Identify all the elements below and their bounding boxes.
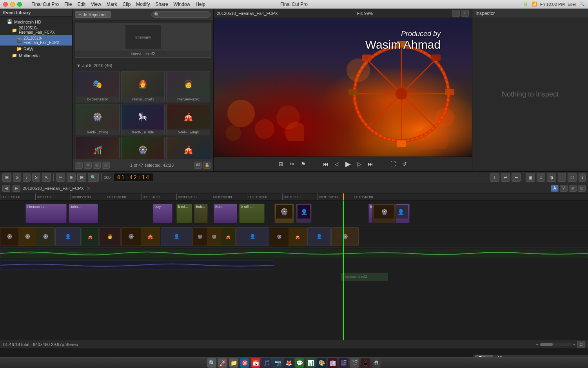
skimming-button[interactable]: S [13, 173, 21, 182]
hide-rejected-button[interactable]: Hide Rejected : [75, 11, 111, 18]
clip-thumb-ride[interactable]: 🎠 b-roll-...n_ride [121, 104, 165, 135]
solo-button[interactable]: S [32, 173, 40, 182]
zoom-tl-button[interactable]: 🔍 [88, 173, 99, 182]
viewer-btn-fullscreen[interactable]: ⛶ [389, 160, 397, 168]
trim-start-button[interactable]: ⊤ [490, 173, 499, 182]
range-button[interactable]: ⊟ [77, 173, 86, 182]
filter-button[interactable]: 🔒 [203, 162, 211, 169]
menu-edit[interactable]: Edit [77, 2, 85, 7]
timeline-tracks[interactable]: Fireman's r... John... Izzy... b-rol... [0, 200, 588, 340]
tl-close-icon[interactable]: ✕ [86, 185, 91, 191]
zoom-fit-btn[interactable]: ⊡ [577, 341, 585, 348]
dock-icon-rocket[interactable]: 🚀 [218, 358, 227, 368]
tl-fwd-btn[interactable]: ▶ [13, 185, 20, 192]
tl-view-btn1[interactable]: A [551, 185, 559, 192]
clip-broll-3[interactable]: b-roll-... [239, 204, 265, 223]
main-clip-2[interactable]: 🎪 [81, 227, 99, 246]
library-item-project[interactable]: 📁 20120510-Fireman_Fair_FCPX [0, 25, 72, 35]
audio-mix-btn[interactable]: ♫ [537, 173, 545, 182]
search-icon[interactable]: 🔍 [579, 2, 585, 7]
library-item-raw[interactable]: 📂 RAW [0, 46, 72, 52]
menu-clip[interactable]: Clip [123, 2, 131, 7]
dock-icon-messages[interactable]: 💬 [295, 358, 304, 368]
inspector-btn[interactable]: ℹ [579, 173, 586, 182]
tl-back-btn[interactable]: ◀ [2, 185, 10, 192]
main-clip-7[interactable]: 👤 [236, 227, 269, 246]
audio-button[interactable]: ♪ [23, 173, 31, 182]
viewer-btn-back[interactable]: ◁ [333, 160, 341, 168]
viewer-btn-zoom[interactable]: ⊞ [277, 160, 285, 168]
menu-file[interactable]: File [64, 2, 72, 7]
dock-icon-firefox[interactable]: 🦊 [284, 358, 293, 368]
menu-share[interactable]: Share [156, 2, 168, 7]
dock-icon-cal[interactable]: 📅 [251, 358, 260, 368]
clip-firemans[interactable]: Fireman's r... [25, 204, 67, 223]
menu-view[interactable]: View [91, 2, 101, 7]
dock-icon-finder[interactable]: 🔍 [207, 358, 216, 368]
clip-thumb-heel2[interactable]: 🎪 b-roll-...heel2 [166, 137, 210, 159]
main-clip-4[interactable]: 🎡 🎪 [121, 227, 160, 246]
viewer-zoom-out[interactable]: + [461, 10, 469, 17]
clip-izzy-upper[interactable]: Izzy... [153, 204, 172, 223]
menu-window[interactable]: Window [174, 2, 191, 7]
browser-search-input[interactable] [151, 11, 211, 18]
clip-thumb-izzy1[interactable]: 👩 interview-izzy1 [166, 71, 210, 102]
tool-select[interactable]: ↖ [42, 173, 51, 182]
all-button[interactable]: All [194, 162, 202, 169]
view-grid-button[interactable]: ⊞ [93, 162, 101, 169]
clip-john[interactable]: John... [69, 204, 98, 223]
label-interview-chief2[interactable]: interview-chief2 [341, 273, 388, 281]
close-button[interactable] [3, 2, 8, 7]
date-header[interactable]: ▼ Jul 6, 2010 (46) [74, 62, 212, 69]
viewer-btn-rewind[interactable]: ⏮ [321, 160, 330, 168]
view-split-button[interactable]: ⊟ [102, 162, 110, 169]
main-clip-9[interactable]: 👤 [307, 227, 331, 246]
viewer-zoom-in[interactable]: − [452, 10, 460, 17]
viewer-btn-end[interactable]: ⏭ [366, 160, 375, 168]
redo-button[interactable]: ↪ [512, 173, 521, 182]
dock-icon-photoshop[interactable]: 🎨 [317, 358, 326, 368]
color-btn[interactable]: ◑ [547, 173, 556, 182]
dock-icon-iphoto[interactable]: 📷 [273, 358, 282, 368]
main-clip-6[interactable]: 🎡 🎡 🎪 [192, 227, 236, 246]
snap-button[interactable]: ⊞ [2, 173, 11, 182]
minimize-button[interactable] [10, 2, 15, 7]
title-btn[interactable]: T [558, 173, 566, 182]
viewer-btn-forward[interactable]: ▷ [356, 160, 363, 168]
library-item-fcpx[interactable]: 🎬 20120510-Fireman_Fair_FCPX [0, 35, 72, 46]
clip-bob[interactable]: Bob... [214, 204, 237, 223]
clip-thumb-chief1[interactable]: 👨‍🚒 intervii...chief1 [121, 71, 165, 102]
clip-broll-1[interactable]: b-rol... [176, 204, 192, 223]
tl-fit-btn[interactable]: ⊡ [578, 185, 586, 192]
generator-btn[interactable]: ⬡ [568, 173, 577, 182]
clip-broll-2[interactable]: Bob... [194, 204, 208, 223]
clip-thumb-tilted[interactable]: 🎢 b-roll-...tilted [76, 137, 120, 159]
tl-view-btn2[interactable]: V [560, 185, 568, 192]
dock-icon-indesign[interactable]: 🏢 [328, 358, 337, 368]
main-clip-interview[interactable]: 👤 [55, 227, 81, 246]
maximize-button[interactable] [17, 2, 22, 7]
viewer-btn-mark[interactable]: ⚑ [299, 160, 307, 168]
main-clip-5[interactable]: 👤 [161, 227, 192, 246]
razor-button[interactable]: ✂ [56, 173, 65, 182]
video-btn[interactable]: ▣ [526, 173, 535, 182]
main-clip-3[interactable]: 👩 [99, 227, 121, 246]
viewer-canvas[interactable]: Produced by Wasim Ahmad [214, 18, 472, 157]
dock-icon-numbers[interactable]: 📊 [306, 358, 315, 368]
view-options-button[interactable]: ⚙ [84, 162, 92, 169]
dock-icon-itunes[interactable]: 🎵 [262, 358, 271, 368]
dock-icon-files[interactable]: 📁 [229, 358, 238, 368]
view-list-button[interactable]: ☰ [75, 162, 83, 169]
zoom-slider[interactable] [540, 343, 572, 346]
top-clip-item[interactable]: Interview intervi...chief2 [75, 23, 211, 58]
viewer-btn-trim[interactable]: ✂ [288, 160, 296, 168]
menu-fcp[interactable]: Final Cut Pro [31, 2, 59, 7]
viewer-btn-play[interactable]: ▶ [344, 159, 352, 169]
clip-broll-far[interactable]: 🎡 [372, 204, 396, 223]
viewer-btn-refresh[interactable]: ↺ [401, 160, 408, 168]
clip-thumb-usel1[interactable]: 🎡 b-roll-...usel1 [121, 137, 165, 159]
dock-icon-trash[interactable]: 🗑 [372, 358, 381, 368]
clip-thumb-wings[interactable]: 🎪 b-roll-...wings [166, 104, 210, 135]
menu-mark[interactable]: Mark [107, 2, 117, 7]
main-clip-10[interactable]: 🎡 [331, 227, 359, 246]
